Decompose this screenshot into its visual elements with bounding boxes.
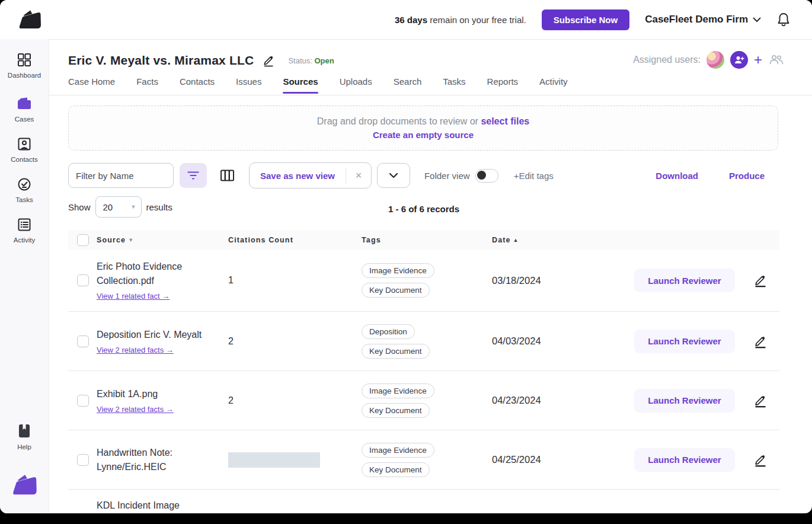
column-header-tags[interactable]: Tags <box>362 236 492 244</box>
citations-count: 2 <box>228 395 234 405</box>
sidebar-logo-icon[interactable] <box>0 473 49 497</box>
table-row: Exhibit 1A.png View 2 related facts → 2 … <box>68 371 779 430</box>
column-header-date[interactable]: Date▲ <box>492 236 634 244</box>
row-checkbox[interactable] <box>77 395 89 407</box>
tabs-divider <box>49 95 812 95</box>
page-title: Eric V. Meyalt vs. Miramax LLC <box>68 53 254 68</box>
subscribe-now-button[interactable]: Subscribe Now <box>542 9 629 30</box>
sidebar-label: Cases <box>15 116 34 123</box>
source-name[interactable]: Exhibit 1A.png <box>97 387 215 401</box>
source-name[interactable]: KDL Incident Image <box>97 500 779 511</box>
toggle-knob <box>477 171 486 180</box>
sort-desc-icon: ▼ <box>128 237 134 243</box>
tab-reports[interactable]: Reports <box>487 76 519 94</box>
bell-icon[interactable] <box>776 12 791 27</box>
column-header-citations[interactable]: Citations Count <box>228 236 362 244</box>
columns-button[interactable] <box>216 168 238 183</box>
launch-reviewer-button[interactable]: Launch Reviewer <box>634 269 735 292</box>
launch-reviewer-button[interactable]: Launch Reviewer <box>634 389 735 413</box>
filter-button[interactable] <box>180 163 207 188</box>
sources-table: Eric Photo Evidence Collection.pdf View … <box>68 250 779 511</box>
tab-uploads[interactable]: Uploads <box>340 76 372 94</box>
tab-case-home[interactable]: Case Home <box>68 76 115 94</box>
help-book-icon <box>17 423 31 439</box>
source-date: 03/18/2024 <box>492 275 634 286</box>
edit-source-button[interactable] <box>741 452 779 468</box>
edit-title-icon[interactable] <box>262 54 275 67</box>
people-icon[interactable] <box>768 53 785 66</box>
tag-pill: Key Document <box>362 462 430 477</box>
download-link[interactable]: Download <box>656 171 698 181</box>
columns-icon <box>220 169 235 182</box>
tab-tasks[interactable]: Tasks <box>443 76 465 94</box>
edit-source-button[interactable] <box>741 393 779 408</box>
tab-facts[interactable]: Facts <box>136 76 158 94</box>
produce-link[interactable]: Produce <box>729 171 765 181</box>
sidebar-label: Activity <box>14 237 35 244</box>
edit-tags-button[interactable]: +Edit tags <box>514 171 554 181</box>
sidebar-item-contacts[interactable]: Contacts <box>0 136 49 163</box>
tab-search[interactable]: Search <box>394 76 422 94</box>
related-facts-link[interactable]: View 1 related fact → <box>97 292 170 301</box>
select-arrow-icon: ▼ <box>131 204 136 210</box>
row-checkbox[interactable] <box>77 274 89 286</box>
results-label: results <box>146 202 172 212</box>
tab-sources[interactable]: Sources <box>283 76 318 94</box>
source-name[interactable]: Eric Photo Evidence Collection.pdf <box>97 260 215 288</box>
view-dropdown-button[interactable] <box>377 163 410 188</box>
per-page-select[interactable]: 20 ▼ <box>95 196 142 218</box>
edit-source-button[interactable] <box>741 273 779 288</box>
folder-view-toggle[interactable] <box>475 169 498 183</box>
sidebar-item-cases[interactable]: Cases <box>0 95 49 123</box>
create-empty-source-link[interactable]: Create an empty source <box>373 130 474 140</box>
select-files-link[interactable]: select files <box>481 116 529 126</box>
sidebar-item-activity[interactable]: Activity <box>0 217 49 244</box>
tag-pill: Deposition <box>362 324 415 339</box>
row-checkbox[interactable] <box>77 336 89 347</box>
row-checkbox[interactable] <box>77 454 89 466</box>
edit-pencil-icon <box>753 393 768 408</box>
column-header-source[interactable]: Source▼ <box>97 236 228 244</box>
sidebar-item-help[interactable]: Help <box>0 423 49 450</box>
upload-dropzone[interactable]: Drag and drop documents to review or sel… <box>68 106 778 151</box>
add-user-button[interactable]: + <box>754 53 762 67</box>
launch-reviewer-button[interactable]: Launch Reviewer <box>634 330 735 353</box>
tags-cell: Image EvidenceKey Document <box>362 263 492 298</box>
source-date: 04/23/2024 <box>492 395 634 406</box>
tab-contacts[interactable]: Contacts <box>180 76 215 94</box>
edit-source-button[interactable] <box>741 334 779 349</box>
source-date: 04/03/2024 <box>492 336 634 347</box>
sidebar-label: Dashboard <box>8 72 41 79</box>
sidebar-item-dashboard[interactable]: Dashboard <box>0 52 49 79</box>
close-icon[interactable]: × <box>346 170 371 182</box>
tags-cell: Image EvidenceKey Document <box>362 384 492 418</box>
source-name[interactable]: Deposition Eric V. Meyalt <box>97 328 215 342</box>
launch-reviewer-button[interactable]: Launch Reviewer <box>634 448 735 472</box>
casefleet-logo-icon[interactable] <box>17 8 43 31</box>
related-facts-link[interactable]: View 2 related facts → <box>97 405 174 414</box>
related-facts-link[interactable]: View 2 related facts → <box>97 346 174 354</box>
source-name[interactable]: Handwritten Note: Lynne/Eric.HEIC <box>97 446 215 474</box>
add-user-avatar[interactable] <box>730 51 748 69</box>
tag-pill: Key Document <box>362 403 430 418</box>
sidebar: Dashboard Cases Contacts Tasks <box>0 39 49 513</box>
firm-menu[interactable]: CaseFleet Demo Firm <box>645 14 761 25</box>
sidebar-item-tasks[interactable]: Tasks <box>0 177 49 203</box>
edit-pencil-icon <box>753 273 768 288</box>
table-row: Eric Photo Evidence Collection.pdf View … <box>68 250 779 312</box>
pagination-controls: Show 20 ▼ results <box>68 196 172 218</box>
dashboard-grid-icon <box>17 52 32 68</box>
person-plus-icon <box>734 55 744 65</box>
save-as-new-view-button[interactable]: Save as new view <box>250 171 346 181</box>
dropzone-text: Drag and drop documents to review or <box>317 116 478 126</box>
avatar[interactable] <box>706 51 724 69</box>
citations-count: 1 <box>228 275 234 285</box>
per-page-value: 20 <box>103 202 113 212</box>
activity-list-icon <box>17 217 32 232</box>
tag-pill: Image Evidence <box>362 443 434 458</box>
tag-pill: Image Evidence <box>362 384 434 398</box>
filter-by-name-input[interactable] <box>68 163 174 188</box>
select-all-checkbox[interactable] <box>77 234 89 246</box>
tab-activity[interactable]: Activity <box>539 76 568 94</box>
tab-issues[interactable]: Issues <box>236 76 261 94</box>
